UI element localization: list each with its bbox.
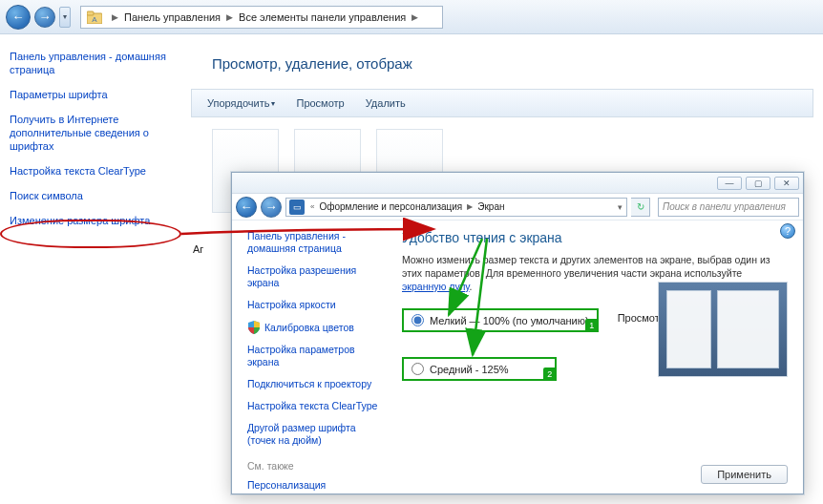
display-icon: ▭	[289, 200, 305, 215]
maximize-button[interactable]: ▢	[746, 177, 770, 190]
preview-pane	[658, 282, 788, 377]
breadcrumb-item[interactable]: Все элементы панели управления	[237, 11, 408, 23]
back-button[interactable]: ←	[6, 5, 31, 30]
breadcrumb-item[interactable]: Панель управления	[122, 11, 222, 23]
magnifier-link[interactable]: экранную лупу	[402, 281, 470, 292]
chevron-right-icon: «	[307, 202, 317, 211]
sidebar-item-home[interactable]: Панель управления - домашняя страница	[10, 50, 181, 76]
address-bar[interactable]: A ▶ Панель управления ▶ Все элементы пан…	[80, 6, 443, 29]
sidebar-item-font-params[interactable]: Параметры шрифта	[10, 88, 181, 101]
chevron-right-icon: ▶	[222, 12, 237, 22]
chevron-right-icon: ▶	[464, 202, 475, 211]
command-bar: Упорядочить ▾ Просмотр Удалить	[191, 89, 813, 117]
dropdown-chevron-icon[interactable]: ▾	[614, 202, 626, 212]
radio-label: Средний - 125%	[430, 364, 509, 375]
preview-caption: Аг	[193, 243, 203, 255]
page-title: Просмотр, удаление, отображ	[212, 55, 823, 72]
inner-titlebar: — ▢ ✕	[232, 173, 803, 194]
inner-sidebar: Панель управления - домашняя страница На…	[232, 220, 392, 494]
sidebar-item-personalize[interactable]: Персонализация	[247, 479, 385, 492]
search-input[interactable]: Поиск в панели управления	[658, 198, 799, 217]
inner-window: — ▢ ✕ ← → ▭ « Оформление и персонализаци…	[231, 172, 804, 494]
outer-toolbar: ← → ▾ A ▶ Панель управления ▶ Все элемен…	[0, 0, 823, 34]
preview-window-icon	[717, 290, 779, 368]
close-button[interactable]: ✕	[774, 177, 799, 190]
inner-toolbar: ← → ▭ « Оформление и персонализация ▶ Эк…	[232, 194, 803, 220]
folder-icon: A	[85, 8, 104, 27]
forward-button[interactable]: →	[261, 197, 282, 218]
radio-medium[interactable]	[412, 363, 424, 375]
chevron-right-icon: ▶	[408, 12, 422, 22]
back-button[interactable]: ←	[236, 197, 257, 218]
sidebar-item-cleartype[interactable]: Настройка текста ClearType	[247, 400, 385, 412]
sidebar-item-brightness[interactable]: Настройка яркости	[247, 299, 385, 311]
sidebar-item-cleartype[interactable]: Настройка текста ClearType	[10, 164, 181, 178]
sidebar-item-other-dpi[interactable]: Другой размер шрифта (точек на дюйм)	[247, 422, 385, 447]
nav-history-dropdown[interactable]: ▾	[59, 7, 71, 28]
organize-menu[interactable]: Упорядочить ▾	[198, 97, 285, 109]
radio-label: Мелкий — 100% (по умолчанию)	[430, 315, 589, 326]
apply-button[interactable]: Применить	[701, 465, 788, 484]
sidebar-item-calibrate[interactable]: Калибровка цветов	[247, 321, 385, 334]
preview-window-icon	[666, 290, 711, 368]
sidebar-item-find-char[interactable]: Поиск символа	[10, 189, 181, 202]
shield-icon	[247, 321, 261, 334]
breadcrumb-item[interactable]: Оформление и персонализация	[317, 201, 464, 212]
inner-address-bar[interactable]: ▭ « Оформление и персонализация ▶ Экран …	[285, 198, 627, 217]
inner-main-content: Удобство чтения с экрана Можно изменить …	[392, 220, 803, 494]
view-menu[interactable]: Просмотр	[286, 97, 353, 109]
radio-option-small[interactable]: Мелкий — 100% (по умолчанию) 1	[402, 308, 599, 332]
sidebar-item-online-info[interactable]: Получить в Интернете дополнительные свед…	[10, 113, 181, 153]
sidebar-item-projector[interactable]: Подключиться к проектору	[247, 378, 385, 390]
sidebar-item-change-font-size[interactable]: Изменение размера шрифта	[10, 214, 181, 227]
sidebar-item-label: Калибровка цветов	[264, 322, 354, 334]
sidebar-item-monitor-params[interactable]: Настройка параметров экрана	[247, 344, 385, 368]
outer-sidebar: Панель управления - домашняя страница Па…	[0, 34, 191, 254]
forward-button[interactable]: →	[34, 7, 55, 28]
see-also-heading: См. также	[247, 460, 385, 472]
refresh-button[interactable]: ↻	[631, 198, 650, 217]
sidebar-item-resolution[interactable]: Настройка разрешения экрана	[247, 264, 385, 289]
radio-small[interactable]	[412, 314, 424, 326]
sidebar-item-home[interactable]: Панель управления - домашняя страница	[247, 230, 385, 255]
annotation-badge-2: 2	[543, 368, 557, 381]
delete-menu[interactable]: Удалить	[356, 97, 415, 109]
page-title: Удобство чтения с экрана	[402, 230, 788, 245]
minimize-button[interactable]: —	[717, 177, 742, 190]
breadcrumb-item[interactable]: Экран	[475, 201, 506, 212]
radio-option-medium[interactable]: Средний - 125% 2	[402, 357, 599, 381]
chevron-right-icon: ▶	[108, 12, 122, 22]
svg-text:A: A	[92, 15, 97, 24]
inner-body: ? Панель управления - домашняя страница …	[232, 220, 803, 494]
annotation-badge-1: 1	[585, 319, 599, 332]
